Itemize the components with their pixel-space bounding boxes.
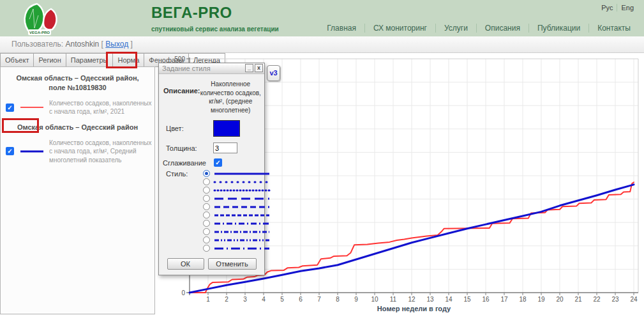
nav-item-descriptions[interactable]: Описания	[476, 24, 528, 33]
x-tick-label: 23	[611, 296, 619, 303]
style-dialog: Задание стиля _ x Описание: Накопленное …	[158, 63, 265, 275]
line-style-radio[interactable]	[203, 220, 210, 227]
tab-norm[interactable]: Норма	[113, 53, 144, 67]
thickness-input[interactable]	[213, 142, 237, 153]
user-bar: Пользователь: Antoshkin [ Выход ]	[0, 36, 644, 53]
line-style-option-9[interactable]	[203, 236, 271, 243]
x-tick-label: 8	[336, 296, 340, 303]
line-style-radio[interactable]	[203, 228, 210, 235]
style-label: Стиль:	[162, 169, 203, 178]
nav-item-publications[interactable]: Публикации	[528, 24, 588, 33]
line-style-option-10[interactable]	[203, 245, 271, 252]
x-tick-label: 18	[519, 296, 527, 303]
line-style-preview	[213, 171, 271, 177]
logout-link[interactable]: Выход	[105, 40, 128, 49]
app-title: ВЕГА-PRO	[151, 4, 279, 22]
x-tick-label: 15	[463, 296, 471, 303]
x-tick-label: 5	[280, 296, 284, 303]
dialog-body: Описание: Накопленное количество осадков…	[159, 74, 264, 275]
x-tick-label: 22	[593, 296, 601, 303]
legend-group2-title: Омская область – Одесский район	[1, 123, 154, 132]
line-style-radio[interactable]	[203, 170, 210, 177]
line-style-preview	[213, 187, 271, 194]
minimize-icon[interactable]: _	[245, 64, 253, 72]
y-tick-label: 0	[181, 289, 185, 296]
x-tick-label: 1	[206, 296, 210, 303]
thickness-row: Толщина:	[162, 142, 261, 153]
line-style-radio[interactable]	[203, 203, 210, 210]
blue-line-sample	[20, 149, 44, 154]
x-tick-label: 10	[371, 296, 378, 303]
line-style-option-3[interactable]	[203, 187, 271, 194]
x-axis-label: Номер недели в году	[377, 305, 451, 312]
lang-rus-link[interactable]: Рус	[597, 4, 617, 12]
x-tick-label: 19	[537, 296, 545, 303]
color-swatch[interactable]	[213, 120, 240, 137]
line-style-preview	[213, 179, 271, 185]
x-tick-label: 7	[317, 296, 321, 303]
x-tick-label: 4	[262, 296, 266, 303]
legend-item-2021: ✓ Количество осадков, накопленных с нача…	[6, 99, 152, 116]
bracket-open: [	[101, 40, 103, 49]
line-style-option-6[interactable]	[203, 211, 271, 219]
line-style-radio[interactable]	[203, 236, 210, 243]
leaf-icon: VEGA-PRO	[25, 4, 57, 35]
legend-checkbox-average[interactable]: ✓	[6, 147, 14, 155]
dialog-buttons: ОК Отменить	[162, 258, 261, 270]
dialog-title: Задание стиля	[162, 65, 211, 72]
x-tick-label: 21	[574, 296, 582, 303]
line-style-radio[interactable]	[203, 178, 210, 185]
tab-object[interactable]: Объект	[0, 53, 34, 67]
smoothing-checkbox[interactable]: ✓	[214, 158, 222, 167]
main-nav: ГлавнаяСХ мониторингУслугиОписанияПублик…	[318, 24, 639, 33]
line-style-option-4[interactable]	[203, 195, 271, 202]
language-switcher: РусEng	[597, 4, 638, 12]
dialog-titlebar[interactable]: Задание стиля _ x	[159, 63, 264, 74]
line-style-preview	[213, 245, 271, 252]
nav-item-services[interactable]: Услуги	[435, 24, 476, 33]
legend-item-2021-label: Количество осадков, накопленных с начала…	[44, 99, 152, 116]
nav-item-main[interactable]: Главная	[318, 24, 364, 33]
thickness-label: Толщина:	[162, 144, 213, 152]
line-style-radio[interactable]	[203, 187, 210, 194]
line-style-radio[interactable]	[203, 245, 210, 252]
x-tick-label: 17	[500, 296, 508, 303]
close-icon[interactable]: x	[255, 64, 263, 72]
line-style-option-1[interactable]	[203, 170, 271, 177]
line-style-option-8[interactable]	[203, 228, 271, 235]
vega-logo[interactable]: VEGA-PRO	[18, 1, 69, 36]
x-tick-label: 6	[299, 296, 303, 303]
description-value: Накопленное количество осадков, кг/м², (…	[200, 78, 261, 114]
description-label: Описание:	[162, 78, 200, 95]
line-style-radio[interactable]	[203, 195, 210, 202]
legend-item-average-label: Количество осадков, накопленных с начала…	[44, 139, 152, 165]
x-tick-label: 11	[390, 296, 397, 303]
description-row: Описание: Накопленное количество осадков…	[162, 78, 261, 114]
legend-group1-title: Омская область – Одесский район, поле №1…	[1, 73, 154, 93]
header: VEGA-PRO ВЕГА-PRO спутниковый сервис ана…	[0, 0, 644, 36]
ok-button[interactable]: ОК	[167, 258, 204, 270]
smoothing-row: Сглаживание ✓	[162, 158, 261, 167]
smoothing-label: Сглаживание	[162, 159, 214, 167]
red-line-sample	[20, 105, 44, 110]
username: Antoshkin	[66, 40, 100, 49]
y-tick-label: 500	[174, 56, 185, 63]
nav-item-contacts[interactable]: Контакты	[588, 24, 639, 33]
chart-version-button[interactable]: v3	[267, 65, 280, 81]
line-style-option-7[interactable]	[203, 220, 271, 227]
line-style-preview	[213, 204, 271, 210]
color-row: Цвет:	[162, 120, 261, 137]
cancel-button[interactable]: Отменить	[208, 258, 257, 270]
tab-parameters[interactable]: Параметры	[66, 53, 114, 67]
line-style-option-2[interactable]	[203, 178, 271, 185]
legend-checkbox-2021[interactable]: ✓	[6, 104, 14, 112]
x-tick-label: 14	[445, 296, 453, 303]
line-style-radio[interactable]	[203, 211, 210, 219]
x-tick-label: 3	[243, 296, 247, 303]
user-label: Пользователь:	[11, 40, 63, 49]
nav-item-agro-monitoring[interactable]: СХ мониторинг	[364, 24, 435, 33]
vega-pro-app: VEGA-PRO ВЕГА-PRO спутниковый сервис ана…	[0, 0, 644, 315]
lang-eng-link[interactable]: Eng	[617, 4, 638, 12]
line-style-option-5[interactable]	[203, 203, 271, 210]
tab-region[interactable]: Регион	[34, 53, 66, 67]
